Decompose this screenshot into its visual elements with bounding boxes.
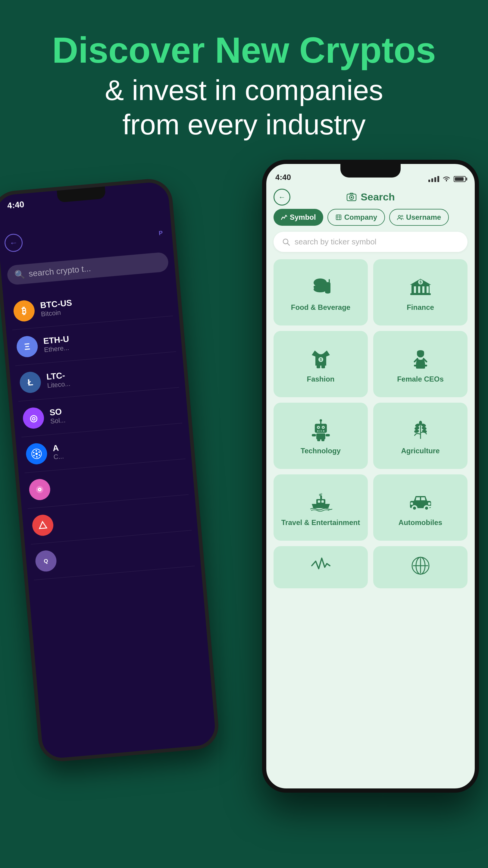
svg-point-24	[398, 216, 401, 218]
svg-rect-87	[411, 502, 413, 505]
category-travel[interactable]: Travel & Entertainment	[273, 474, 368, 541]
category-automobiles[interactable]: Automobiles	[373, 474, 467, 541]
automobile-icon	[409, 490, 432, 514]
back-btn-back-phone[interactable]: ←	[4, 233, 24, 253]
ada-name: C...	[53, 453, 64, 461]
sol-icon: ◎	[22, 407, 45, 430]
categories-grid: Food & Beverage	[273, 259, 467, 588]
svg-point-70	[414, 430, 419, 433]
svg-rect-43	[410, 293, 431, 295]
btc-icon: ₿	[13, 300, 36, 322]
svg-rect-36	[414, 286, 416, 293]
svg-rect-88	[428, 506, 431, 507]
svg-point-34	[325, 291, 330, 293]
search-bar-icon	[282, 238, 290, 246]
search-header: ← Search	[273, 191, 467, 203]
travel-label: Travel & Entertainment	[281, 518, 360, 527]
svg-point-3	[36, 456, 38, 458]
finance-label: Finance	[407, 303, 434, 312]
ada-icon	[25, 442, 48, 465]
svg-point-12	[37, 519, 49, 531]
filter-tabs: Symbol Company	[273, 209, 467, 226]
search-label: Search	[361, 191, 395, 203]
back-phone-notch	[57, 187, 106, 203]
search-bar[interactable]: search by ticker symbol	[273, 232, 467, 252]
svg-rect-59	[322, 430, 323, 432]
technology-label: Technology	[301, 446, 341, 456]
svg-text:$: $	[419, 280, 421, 284]
front-phone-time: 4:40	[275, 173, 291, 182]
technology-icon	[309, 418, 333, 442]
sand-icon	[28, 478, 51, 501]
svg-point-85	[425, 507, 428, 510]
svg-point-25	[401, 216, 403, 217]
female-ceo-icon	[409, 346, 432, 370]
category-fashion[interactable]: $ Fashion	[273, 331, 368, 397]
svg-point-69	[414, 427, 419, 431]
svg-rect-57	[318, 430, 320, 432]
svg-rect-65	[317, 439, 320, 441]
fashion-label: Fashion	[307, 374, 334, 384]
svg-point-61	[320, 419, 322, 422]
svg-point-2	[36, 450, 37, 452]
svg-rect-37	[418, 286, 420, 293]
category-finance[interactable]: $ Finance	[373, 259, 467, 326]
ada-symbol: A	[53, 443, 64, 453]
svg-rect-66	[321, 439, 324, 441]
front-phone-content: ← Search Symbol	[266, 185, 475, 788]
chart-icon	[281, 214, 287, 221]
back-button-front[interactable]: ←	[273, 189, 290, 206]
category-female-ceos[interactable]: Female CEOs	[373, 331, 467, 397]
tab-username-label: Username	[406, 213, 441, 221]
svg-point-5	[38, 451, 40, 453]
company-icon	[335, 214, 342, 221]
svg-point-16	[446, 180, 447, 181]
camera-search-icon	[346, 192, 357, 203]
fashion-icon: $	[309, 346, 333, 370]
food-beverage-label: Food & Beverage	[291, 303, 350, 312]
front-phone-notch	[340, 164, 401, 178]
svg-rect-38	[422, 286, 424, 293]
svg-rect-63	[312, 434, 316, 436]
category-health-partial[interactable]	[273, 546, 368, 588]
phone-front: 4:40	[262, 160, 479, 793]
svg-rect-44	[317, 364, 320, 368]
svg-rect-76	[318, 500, 320, 503]
svg-rect-20	[336, 215, 341, 220]
tab-username[interactable]: Username	[389, 209, 449, 226]
category-misc-partial[interactable]	[373, 546, 467, 588]
svg-point-30	[314, 286, 327, 292]
svg-rect-75	[316, 499, 325, 504]
tab-symbol[interactable]: Symbol	[273, 209, 323, 226]
svg-point-1	[35, 453, 38, 455]
svg-rect-45	[321, 364, 325, 368]
hero-subtitle: & invest in companies from every industr…	[0, 73, 488, 142]
eth-icon: Ξ	[16, 335, 38, 358]
svg-text:$: $	[320, 358, 322, 362]
category-technology[interactable]: Technology	[273, 403, 368, 469]
phones-container: 4:40 ← P 🔍 search crypto t... ₿ BTC-US B…	[0, 160, 488, 823]
agriculture-icon	[409, 418, 432, 442]
sol-symbol: SO	[49, 407, 65, 417]
svg-point-55	[323, 427, 324, 428]
tab-company[interactable]: Company	[327, 209, 385, 226]
svg-point-74	[419, 421, 422, 425]
svg-rect-62	[316, 433, 325, 439]
search-bar-placeholder: search by ticker symbol	[295, 237, 377, 247]
svg-point-80	[321, 493, 322, 495]
tab-symbol-label: Symbol	[290, 213, 316, 221]
finance-icon: $	[409, 274, 432, 299]
search-title: Search	[346, 191, 395, 203]
hero-section: Discover New Cryptos & invest in compani…	[0, 0, 488, 160]
svg-rect-58	[320, 430, 321, 432]
svg-rect-86	[428, 502, 430, 505]
category-agriculture[interactable]: Agriculture	[373, 403, 467, 469]
search-placeholder-back: search crypto t...	[28, 264, 91, 278]
health-icon	[310, 555, 331, 576]
agriculture-label: Agriculture	[401, 446, 440, 456]
misc-icon	[410, 555, 431, 576]
category-food-beverage[interactable]: Food & Beverage	[273, 259, 368, 326]
ltc-icon: Ł	[19, 371, 42, 394]
back-phone-search[interactable]: 🔍 search crypto t...	[7, 252, 169, 285]
sol-name: Sol...	[50, 416, 66, 425]
